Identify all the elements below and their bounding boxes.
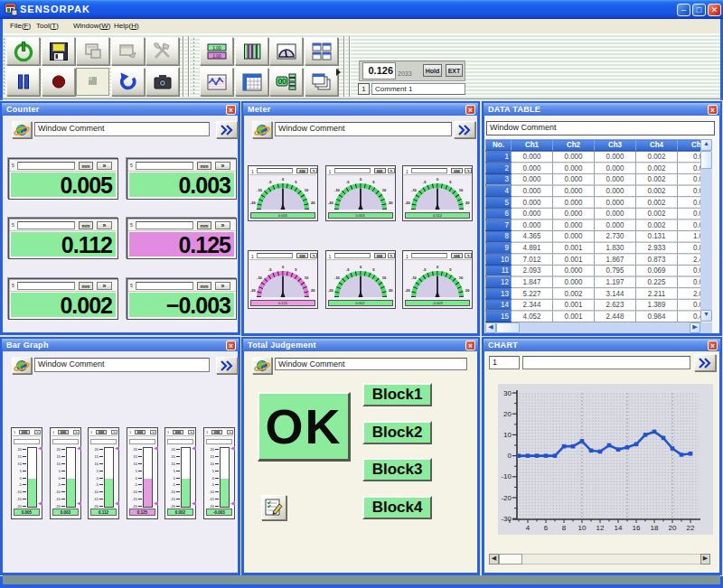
svg-text:5: 5 [449,180,452,184]
svg-text:0: 0 [437,265,439,269]
svg-text:4: 4 [526,524,531,532]
svg-text:-10: -10 [411,188,418,192]
svg-text:-20: -20 [327,201,333,205]
svg-text:20: 20 [389,201,393,205]
svg-text:-5: -5 [268,180,272,184]
svg-text:5: 5 [295,267,297,272]
svg-text:-5: -5 [268,267,272,272]
svg-text:0: 0 [282,265,285,269]
svg-text:0: 0 [508,452,512,460]
svg-text:-20: -20 [501,494,512,502]
svg-text:5: 5 [295,180,297,184]
svg-text:-20: -20 [405,288,411,293]
svg-text:-10: -10 [257,188,263,192]
svg-text:10: 10 [381,275,386,280]
svg-text:10: 10 [305,275,309,280]
svg-text:5: 5 [372,180,375,184]
svg-text:10: 10 [503,431,512,439]
svg-text:-10: -10 [257,275,263,280]
svg-text:-20: -20 [250,201,257,205]
svg-text:0: 0 [282,177,285,182]
svg-text:-10: -10 [334,275,341,280]
svg-text:10: 10 [305,188,309,192]
svg-text:20: 20 [503,410,512,418]
svg-text:-5: -5 [345,180,349,184]
svg-text:0: 0 [359,265,362,269]
svg-text:1.00: 1.00 [212,53,221,59]
svg-text:30: 30 [503,389,512,397]
svg-text:8: 8 [562,524,567,532]
svg-text:20: 20 [311,288,315,293]
svg-text:5: 5 [449,267,452,272]
svg-text:-30: -30 [501,515,512,523]
svg-text:-10: -10 [334,188,341,192]
svg-text:10: 10 [381,188,386,192]
svg-text:6: 6 [544,524,549,532]
svg-text:5: 5 [372,267,375,272]
svg-text:14: 14 [615,524,623,532]
svg-text:22: 22 [687,524,695,532]
svg-text:20: 20 [465,288,470,293]
svg-text:0: 0 [437,177,439,182]
svg-text:-20: -20 [250,288,257,293]
svg-text:-10: -10 [501,472,512,481]
svg-text:-5: -5 [423,180,427,184]
svg-text:20: 20 [669,524,677,532]
svg-text:10: 10 [578,524,587,532]
svg-text:16: 16 [633,524,641,532]
svg-text:-10: -10 [411,275,418,280]
svg-text:20: 20 [389,288,393,293]
svg-text:10: 10 [459,275,464,280]
svg-text:0: 0 [359,177,362,182]
svg-text:-5: -5 [423,267,427,272]
svg-text:-5: -5 [345,267,349,272]
svg-text:20: 20 [465,201,470,205]
svg-text:12: 12 [596,524,605,532]
svg-text:-20: -20 [405,201,411,205]
svg-text:10: 10 [459,188,464,192]
svg-text:20: 20 [311,201,315,205]
svg-text:1.00: 1.00 [212,45,221,51]
svg-text:18: 18 [651,524,659,532]
svg-text:-20: -20 [327,288,333,293]
